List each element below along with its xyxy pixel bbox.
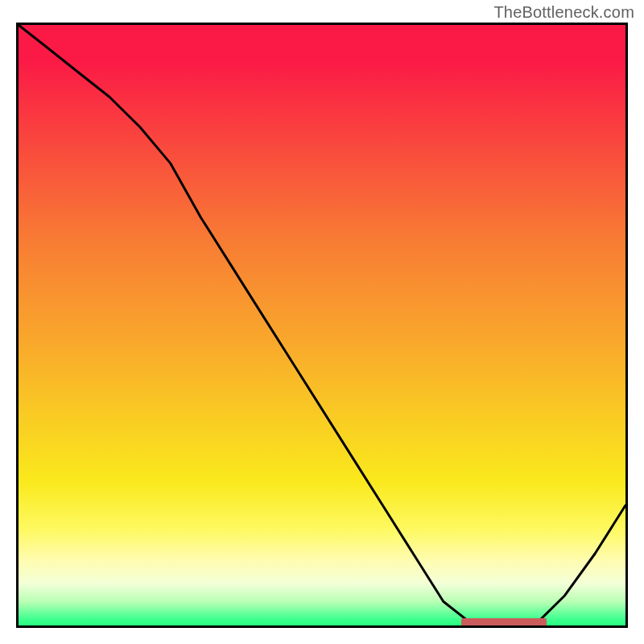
plot-area [16,23,628,628]
chart-container: TheBottleneck.com [0,0,644,644]
line-chart-svg [19,25,625,625]
bottleneck-curve [19,25,625,625]
watermark-label: TheBottleneck.com [493,3,634,22]
optimal-range-marker [461,618,547,626]
